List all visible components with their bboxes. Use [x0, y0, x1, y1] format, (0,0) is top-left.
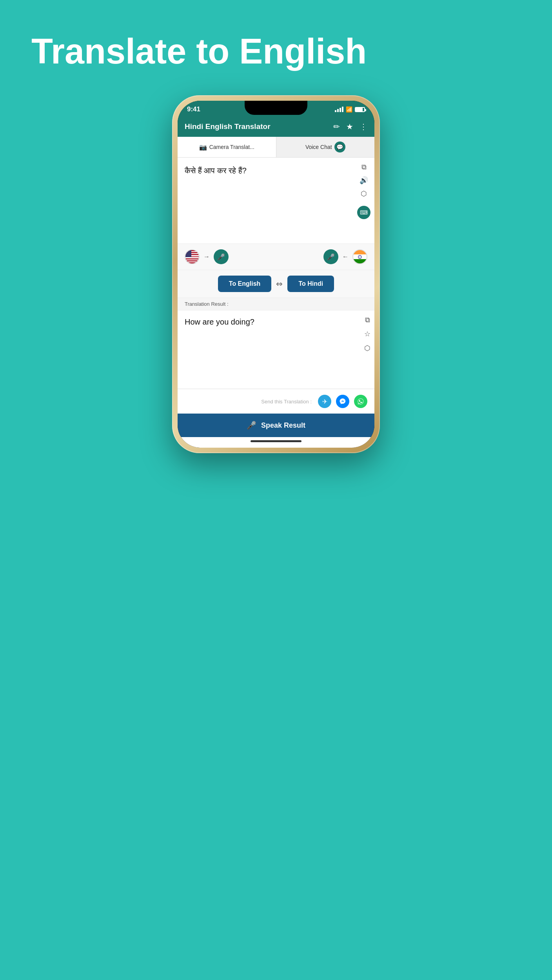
- status-icons: 📶: [335, 106, 365, 113]
- home-indicator: [178, 437, 374, 448]
- erase-icon[interactable]: ⬡: [361, 189, 367, 198]
- phone-notch: [245, 101, 307, 115]
- home-bar: [251, 440, 301, 442]
- input-side-icons: ⧉ 🔊 ⬡ ⌨: [357, 163, 370, 219]
- right-arrow-icon: →: [203, 253, 210, 260]
- speak-result-label: Speak Result: [261, 421, 305, 430]
- result-area: How are you doing? ⧉ ☆ ⬡: [178, 310, 374, 389]
- signal-icon: [335, 107, 343, 112]
- share-telegram-button[interactable]: ✈: [318, 395, 331, 408]
- battery-icon: [355, 107, 365, 112]
- app-header: Hindi English Translator ✏ ★ ⋮: [178, 116, 374, 137]
- share-row: Send this Translation : ✈: [178, 389, 374, 414]
- speak-result-bar[interactable]: 🎤 Speak Result: [178, 414, 374, 437]
- chat-icon: 💬: [336, 144, 343, 150]
- speak-mic-icon: 🎤: [247, 421, 256, 430]
- input-area[interactable]: कैसे हैं आप कर रहे हैं? ⧉ 🔊 ⬡ ⌨: [178, 158, 374, 244]
- more-icon[interactable]: ⋮: [360, 122, 367, 131]
- star-icon[interactable]: ★: [346, 122, 353, 131]
- tab-camera-translate[interactable]: 📷 Camera Translat...: [178, 137, 276, 157]
- phone-inner: 9:41 📶 Hindi English Translator ✏ ★ ⋮: [178, 101, 374, 448]
- tab-voice-chat[interactable]: Voice Chat 💬: [276, 137, 375, 157]
- camera-icon: 📷: [199, 143, 207, 151]
- mic-row: → 🎤 🎤 ←: [178, 244, 374, 270]
- edit-icon[interactable]: ✏: [333, 122, 340, 131]
- to-english-button[interactable]: To English: [218, 276, 272, 292]
- right-mic-group: 🎤 ←: [323, 249, 367, 264]
- result-copy-icon[interactable]: ⧉: [365, 316, 370, 324]
- result-label: Translation Result :: [178, 298, 374, 310]
- result-text: How are you doing?: [185, 318, 355, 327]
- to-hindi-button[interactable]: To Hindi: [287, 276, 334, 292]
- left-mic-button[interactable]: 🎤: [214, 249, 229, 264]
- left-mic-group: → 🎤: [185, 249, 229, 264]
- translate-buttons-row: To English ⇔ To Hindi: [178, 270, 374, 298]
- status-time: 9:41: [187, 105, 200, 113]
- swap-icon[interactable]: ⇔: [276, 279, 283, 289]
- voice-chat-active-icon: 💬: [334, 142, 345, 152]
- tabs-row: 📷 Camera Translat... Voice Chat 💬: [178, 137, 374, 158]
- page-title: Translate to English: [31, 31, 367, 72]
- india-flag: [352, 249, 367, 264]
- input-text: कैसे हैं आप कर रहे हैं?: [185, 165, 355, 176]
- share-label: Send this Translation :: [261, 399, 312, 405]
- us-flag: [185, 249, 200, 264]
- tab-camera-label: Camera Translat...: [209, 144, 254, 150]
- speaker-icon[interactable]: 🔊: [360, 176, 368, 185]
- result-side-icons: ⧉ ☆ ⬡: [364, 316, 370, 352]
- share-whatsapp-button[interactable]: [354, 395, 367, 408]
- copy-icon[interactable]: ⧉: [361, 163, 367, 171]
- phone-shell: 9:41 📶 Hindi English Translator ✏ ★ ⋮: [172, 95, 380, 453]
- tab-voice-label: Voice Chat: [305, 144, 332, 150]
- result-bookmark-icon[interactable]: ☆: [364, 330, 370, 338]
- wifi-icon: 📶: [346, 106, 352, 113]
- result-erase-icon[interactable]: ⬡: [364, 344, 370, 352]
- keyboard-button[interactable]: ⌨: [357, 206, 370, 219]
- right-mic-button[interactable]: 🎤: [323, 249, 338, 264]
- app-header-title: Hindi English Translator: [185, 122, 271, 131]
- header-icons: ✏ ★ ⋮: [333, 122, 367, 131]
- left-arrow-icon: ←: [342, 253, 349, 260]
- share-messenger-button[interactable]: [336, 395, 349, 408]
